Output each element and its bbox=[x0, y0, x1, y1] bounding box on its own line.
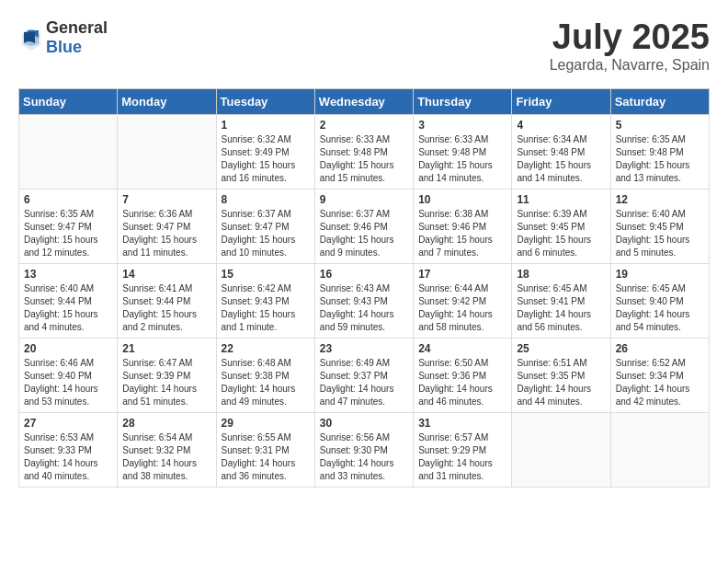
calendar-cell: 5Sunrise: 6:35 AM Sunset: 9:48 PM Daylig… bbox=[610, 114, 709, 189]
day-info: Sunrise: 6:40 AM Sunset: 9:44 PM Dayligh… bbox=[24, 282, 112, 334]
calendar-cell: 6Sunrise: 6:35 AM Sunset: 9:47 PM Daylig… bbox=[19, 189, 118, 263]
day-number: 25 bbox=[517, 342, 605, 355]
weekday-header-tuesday: Tuesday bbox=[216, 88, 314, 114]
week-row-5: 27Sunrise: 6:53 AM Sunset: 9:33 PM Dayli… bbox=[19, 412, 710, 487]
day-number: 15 bbox=[222, 268, 310, 281]
day-number: 20 bbox=[24, 342, 112, 355]
day-info: Sunrise: 6:34 AM Sunset: 9:48 PM Dayligh… bbox=[517, 133, 605, 185]
day-info: Sunrise: 6:49 AM Sunset: 9:37 PM Dayligh… bbox=[320, 357, 408, 408]
calendar-cell: 2Sunrise: 6:33 AM Sunset: 9:48 PM Daylig… bbox=[314, 114, 413, 189]
weekday-header-monday: Monday bbox=[118, 88, 216, 114]
day-info: Sunrise: 6:56 AM Sunset: 9:30 PM Dayligh… bbox=[320, 431, 408, 483]
day-number: 11 bbox=[517, 193, 605, 206]
week-row-4: 20Sunrise: 6:46 AM Sunset: 9:40 PM Dayli… bbox=[19, 338, 710, 412]
day-number: 14 bbox=[122, 268, 210, 281]
calendar-cell: 12Sunrise: 6:40 AM Sunset: 9:45 PM Dayli… bbox=[610, 189, 709, 263]
calendar-cell: 17Sunrise: 6:44 AM Sunset: 9:42 PM Dayli… bbox=[414, 263, 512, 338]
day-info: Sunrise: 6:38 AM Sunset: 9:46 PM Dayligh… bbox=[418, 208, 506, 259]
calendar-cell bbox=[19, 114, 118, 189]
calendar-cell: 29Sunrise: 6:55 AM Sunset: 9:31 PM Dayli… bbox=[216, 412, 314, 487]
calendar-cell: 13Sunrise: 6:40 AM Sunset: 9:44 PM Dayli… bbox=[19, 263, 118, 338]
logo-blue-text: Blue bbox=[46, 38, 82, 56]
day-number: 22 bbox=[222, 342, 310, 355]
calendar-cell: 14Sunrise: 6:41 AM Sunset: 9:44 PM Dayli… bbox=[118, 263, 216, 338]
day-info: Sunrise: 6:39 AM Sunset: 9:45 PM Dayligh… bbox=[517, 208, 605, 259]
title-block: July 2025 Legarda, Navarre, Spain bbox=[550, 18, 710, 74]
calendar-cell: 3Sunrise: 6:33 AM Sunset: 9:48 PM Daylig… bbox=[414, 114, 512, 189]
day-info: Sunrise: 6:32 AM Sunset: 9:49 PM Dayligh… bbox=[222, 133, 310, 185]
calendar-cell: 28Sunrise: 6:54 AM Sunset: 9:32 PM Dayli… bbox=[118, 412, 216, 487]
calendar-cell: 22Sunrise: 6:48 AM Sunset: 9:38 PM Dayli… bbox=[216, 338, 314, 412]
weekday-header-thursday: Thursday bbox=[414, 88, 512, 114]
calendar-cell: 7Sunrise: 6:36 AM Sunset: 9:47 PM Daylig… bbox=[118, 189, 216, 263]
calendar-cell: 10Sunrise: 6:38 AM Sunset: 9:46 PM Dayli… bbox=[414, 189, 512, 263]
day-number: 2 bbox=[320, 119, 408, 132]
calendar-cell bbox=[610, 412, 709, 487]
calendar-cell: 18Sunrise: 6:45 AM Sunset: 9:41 PM Dayli… bbox=[512, 263, 610, 338]
day-number: 30 bbox=[320, 417, 408, 430]
day-info: Sunrise: 6:45 AM Sunset: 9:40 PM Dayligh… bbox=[616, 282, 704, 334]
day-number: 31 bbox=[418, 417, 506, 430]
calendar-cell: 16Sunrise: 6:43 AM Sunset: 9:43 PM Dayli… bbox=[314, 263, 413, 338]
day-info: Sunrise: 6:35 AM Sunset: 9:48 PM Dayligh… bbox=[616, 133, 704, 185]
calendar-cell: 11Sunrise: 6:39 AM Sunset: 9:45 PM Dayli… bbox=[512, 189, 610, 263]
logo: General Blue bbox=[18, 18, 108, 57]
day-number: 3 bbox=[418, 119, 506, 132]
day-number: 7 bbox=[122, 193, 210, 206]
weekday-header-sunday: Sunday bbox=[19, 88, 118, 114]
calendar-cell: 19Sunrise: 6:45 AM Sunset: 9:40 PM Dayli… bbox=[610, 263, 709, 338]
day-number: 6 bbox=[24, 193, 112, 206]
month-year-title: July 2025 bbox=[550, 18, 710, 57]
day-number: 21 bbox=[122, 342, 210, 355]
week-row-1: 1Sunrise: 6:32 AM Sunset: 9:49 PM Daylig… bbox=[19, 114, 710, 189]
day-info: Sunrise: 6:33 AM Sunset: 9:48 PM Dayligh… bbox=[320, 133, 408, 185]
calendar-cell bbox=[118, 114, 216, 189]
day-number: 1 bbox=[222, 119, 310, 132]
day-info: Sunrise: 6:40 AM Sunset: 9:45 PM Dayligh… bbox=[616, 208, 704, 259]
day-info: Sunrise: 6:52 AM Sunset: 9:34 PM Dayligh… bbox=[616, 357, 704, 408]
day-info: Sunrise: 6:41 AM Sunset: 9:44 PM Dayligh… bbox=[122, 282, 210, 334]
day-info: Sunrise: 6:35 AM Sunset: 9:47 PM Dayligh… bbox=[24, 208, 112, 259]
calendar-cell: 31Sunrise: 6:57 AM Sunset: 9:29 PM Dayli… bbox=[414, 412, 512, 487]
logo-icon bbox=[18, 25, 44, 51]
weekday-header-saturday: Saturday bbox=[610, 88, 709, 114]
weekday-header-friday: Friday bbox=[512, 88, 610, 114]
day-number: 23 bbox=[320, 342, 408, 355]
weekday-header-wednesday: Wednesday bbox=[314, 88, 413, 114]
day-info: Sunrise: 6:51 AM Sunset: 9:35 PM Dayligh… bbox=[517, 357, 605, 408]
calendar-cell: 26Sunrise: 6:52 AM Sunset: 9:34 PM Dayli… bbox=[610, 338, 709, 412]
day-info: Sunrise: 6:47 AM Sunset: 9:39 PM Dayligh… bbox=[122, 357, 210, 408]
day-number: 13 bbox=[24, 268, 112, 281]
day-info: Sunrise: 6:57 AM Sunset: 9:29 PM Dayligh… bbox=[418, 431, 506, 483]
calendar-table: SundayMondayTuesdayWednesdayThursdayFrid… bbox=[18, 88, 710, 488]
day-info: Sunrise: 6:37 AM Sunset: 9:47 PM Dayligh… bbox=[222, 208, 310, 259]
calendar-cell: 25Sunrise: 6:51 AM Sunset: 9:35 PM Dayli… bbox=[512, 338, 610, 412]
day-info: Sunrise: 6:45 AM Sunset: 9:41 PM Dayligh… bbox=[517, 282, 605, 334]
day-info: Sunrise: 6:33 AM Sunset: 9:48 PM Dayligh… bbox=[418, 133, 506, 185]
day-info: Sunrise: 6:55 AM Sunset: 9:31 PM Dayligh… bbox=[222, 431, 310, 483]
day-info: Sunrise: 6:43 AM Sunset: 9:43 PM Dayligh… bbox=[320, 282, 408, 334]
calendar-cell: 9Sunrise: 6:37 AM Sunset: 9:46 PM Daylig… bbox=[314, 189, 413, 263]
page-header: General Blue July 2025 Legarda, Navarre,… bbox=[18, 18, 710, 74]
calendar-cell: 20Sunrise: 6:46 AM Sunset: 9:40 PM Dayli… bbox=[19, 338, 118, 412]
day-number: 16 bbox=[320, 268, 408, 281]
calendar-cell: 23Sunrise: 6:49 AM Sunset: 9:37 PM Dayli… bbox=[314, 338, 413, 412]
day-info: Sunrise: 6:53 AM Sunset: 9:33 PM Dayligh… bbox=[24, 431, 112, 483]
day-info: Sunrise: 6:36 AM Sunset: 9:47 PM Dayligh… bbox=[122, 208, 210, 259]
day-number: 10 bbox=[418, 193, 506, 206]
calendar-cell: 1Sunrise: 6:32 AM Sunset: 9:49 PM Daylig… bbox=[216, 114, 314, 189]
day-number: 27 bbox=[24, 417, 112, 430]
calendar-cell: 8Sunrise: 6:37 AM Sunset: 9:47 PM Daylig… bbox=[216, 189, 314, 263]
day-number: 12 bbox=[616, 193, 704, 206]
day-number: 18 bbox=[517, 268, 605, 281]
week-row-3: 13Sunrise: 6:40 AM Sunset: 9:44 PM Dayli… bbox=[19, 263, 710, 338]
location-subtitle: Legarda, Navarre, Spain bbox=[550, 57, 710, 74]
day-info: Sunrise: 6:54 AM Sunset: 9:32 PM Dayligh… bbox=[122, 431, 210, 483]
day-number: 29 bbox=[222, 417, 310, 430]
logo-general-text: General bbox=[46, 18, 108, 37]
day-number: 19 bbox=[616, 268, 704, 281]
calendar-cell: 24Sunrise: 6:50 AM Sunset: 9:36 PM Dayli… bbox=[414, 338, 512, 412]
day-number: 8 bbox=[222, 193, 310, 206]
weekday-header-row: SundayMondayTuesdayWednesdayThursdayFrid… bbox=[19, 88, 710, 114]
day-info: Sunrise: 6:42 AM Sunset: 9:43 PM Dayligh… bbox=[222, 282, 310, 334]
